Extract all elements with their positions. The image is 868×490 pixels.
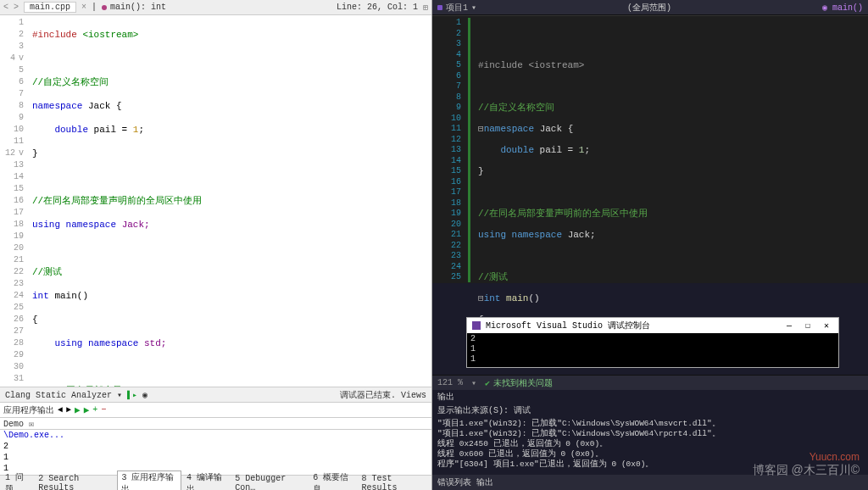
run-prev-button[interactable]: ◄ (58, 405, 63, 415)
code-area[interactable]: #include <iostream> //自定义名称空间 namespace … (29, 15, 431, 387)
console-body: 211 (467, 333, 838, 365)
line-number: 4v (0, 53, 24, 64)
vs-top-bar: 项目1 ▾ (全局范围) ◉ main() (432, 0, 868, 15)
line-number: 20 (432, 220, 461, 231)
app-output-label: 应用程序输出 (3, 404, 54, 416)
line-number: 23 (432, 251, 461, 262)
line-number: 29 (0, 349, 24, 361)
debug-console-window[interactable]: Microsoft Visual Studio 调试控制台 — ☐ ✕ 211 (466, 317, 839, 368)
line-number: 12v (0, 148, 24, 159)
bottom-tab[interactable]: 2 Search Results (35, 474, 115, 491)
vs-icon (472, 321, 481, 330)
bottom-tab[interactable]: 4 编译输出 (183, 471, 230, 491)
file-tab[interactable]: main.cpp (24, 2, 76, 13)
line-number: 5 (0, 64, 24, 76)
play-icon[interactable]: ▶ (75, 404, 81, 415)
line-number: 13 (0, 159, 24, 171)
line-number: 19 (0, 231, 24, 242)
line-number: 30 (0, 361, 24, 373)
output-source-dropdown[interactable]: 调试 (514, 404, 531, 416)
line-number: 19 (432, 209, 461, 220)
split-icon[interactable]: ⊞ (423, 3, 428, 13)
line-number: 23 (0, 278, 24, 290)
line-number: 4 (432, 50, 461, 61)
line-number: 15 (432, 166, 461, 177)
vs-code-editor[interactable]: 1234567891011121314151617181920212223242… (432, 15, 868, 283)
function-icon (102, 5, 107, 10)
line-number: 8 (432, 92, 461, 103)
run-toolbar: 应用程序输出 ◄ ► ▶ ▶ + − (0, 402, 431, 417)
close-button[interactable]: ✕ (820, 320, 833, 331)
left-toolbar: < > main.cpp × | main(): int Line: 26, C… (0, 0, 431, 15)
line-number: 8 (0, 100, 24, 112)
line-number: 1 (432, 18, 461, 29)
line-number: 11 (0, 136, 24, 148)
line-number: 9 (432, 103, 461, 114)
line-number: 24 (0, 290, 24, 302)
tab-close-icon[interactable]: × (81, 3, 86, 12)
line-number: 26 (0, 314, 24, 326)
vs-code-area[interactable]: #include <iostream> //自定义名称空间 ⊟namespace… (468, 16, 868, 283)
line-number: 1 (0, 17, 24, 29)
line-number: 2 (432, 29, 461, 40)
nav-prev-button[interactable]: < (3, 3, 8, 12)
line-number: 27 (0, 326, 24, 337)
check-icon: ✔ (485, 378, 490, 388)
bottom-tab[interactable]: 5 Debugger Con… (231, 474, 308, 491)
function-selector[interactable]: ◉ main() (822, 3, 863, 13)
nav-next-button[interactable]: > (14, 3, 19, 12)
maximize-button[interactable]: ☐ (801, 320, 815, 331)
cursor-position: Line: 26, Col: 1 (337, 3, 418, 12)
app-output-area: \Demo.exe... 2 1 1 (0, 429, 431, 475)
left-editor-pane: < > main.cpp × | main(): int Line: 26, C… (0, 0, 432, 490)
line-number: 31 (0, 373, 24, 385)
run-next-button[interactable]: ► (66, 405, 71, 415)
line-number: 21 (0, 254, 24, 266)
output-title: 输出 (432, 390, 868, 404)
bottom-tab[interactable]: 3 应用程序输出 (117, 471, 181, 491)
console-titlebar[interactable]: Microsoft Visual Studio 调试控制台 — ☐ ✕ (467, 318, 838, 333)
line-number: 14 (0, 171, 24, 183)
line-number: 2 (0, 29, 24, 41)
project-selector[interactable]: 项目1 ▾ (437, 2, 476, 14)
scope-selector[interactable]: (全局范围) (490, 2, 809, 14)
remove-icon[interactable]: − (101, 405, 106, 415)
line-number: 24 (432, 262, 461, 273)
line-number: 20 (0, 242, 24, 254)
bottom-tabs: 1 问题2 Search Results3 应用程序输出4 编译输出5 Debu… (0, 475, 431, 490)
line-number: 11 (432, 124, 461, 135)
vs-line-gutter: 1234567891011121314151617181920212223242… (432, 16, 468, 283)
play-debug-icon[interactable]: ▶ (84, 404, 90, 415)
watermark: Yuucn.com 博客园 @木三百川© (753, 451, 860, 478)
bottom-tab[interactable]: 8 Test Results (359, 474, 430, 491)
add-icon[interactable]: + (92, 405, 97, 415)
minimize-button[interactable]: — (782, 321, 796, 331)
line-number: 7 (0, 88, 24, 100)
line-number: 16 (0, 195, 24, 207)
line-number: 9 (0, 112, 24, 124)
output-source-bar: 显示输出来源(S): 调试 (432, 404, 868, 417)
project-icon (437, 5, 442, 10)
line-number: 13 (432, 145, 461, 156)
change-indicator (468, 18, 470, 282)
breadcrumb[interactable]: main(): int (102, 3, 166, 12)
line-number: 22 (432, 241, 461, 252)
line-number: 6 (432, 71, 461, 82)
line-number: 25 (432, 272, 461, 283)
line-number: 28 (0, 337, 24, 349)
status-bar: Clang Static Analyzer ▾ ▌▸ ◉ 调试器已结束. Vie… (0, 387, 431, 402)
bottom-tab[interactable]: 6 概要信息 (309, 471, 356, 491)
bottom-tab[interactable]: 1 问题 (2, 471, 33, 491)
line-number: 10 (0, 124, 24, 136)
code-editor[interactable]: 1234v56789101112v13141516171819202122232… (0, 15, 431, 387)
line-number: 6 (0, 76, 24, 88)
line-number: 18 (432, 198, 461, 209)
line-number: 22 (0, 266, 24, 278)
line-number: 17 (432, 187, 461, 198)
line-number: 16 (432, 177, 461, 188)
line-gutter: 1234v56789101112v13141516171819202122232… (0, 15, 29, 387)
line-number: 5 (432, 60, 461, 71)
issues-bar: 121 % ▾ ✔ 未找到相关问题 (432, 375, 868, 390)
line-number: 18 (0, 219, 24, 231)
demo-tab[interactable]: Demo ☒ (0, 417, 431, 429)
